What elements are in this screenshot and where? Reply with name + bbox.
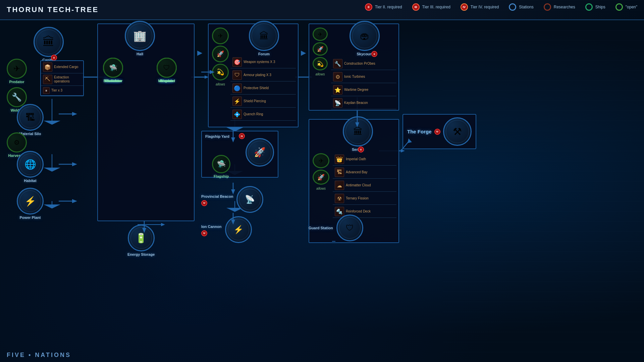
forum-ship2[interactable]: 🚀 xyxy=(212,46,229,62)
skycourt-ship3[interactable]: 💫 xyxy=(313,57,328,70)
senate-ship2[interactable]: 🚀 xyxy=(313,170,329,185)
ionic-turbines-item[interactable]: ⚙ Ionic Turbines xyxy=(331,71,396,83)
guard-station-label: Guard Station xyxy=(309,226,333,230)
capitol-node[interactable]: 🏛 Capitol xyxy=(34,27,64,62)
ionic-turbines-icon: ⚙ xyxy=(333,72,342,81)
ship-circle-icon xyxy=(585,3,593,11)
armour-plating-item[interactable]: 🛡 Armour plating X 3 xyxy=(230,69,296,81)
energy-storage-label: Energy Storage xyxy=(127,252,155,256)
legend-ships: Ships xyxy=(585,3,605,11)
quench-ring-item[interactable]: 💠 Quench Ring xyxy=(230,108,296,121)
construction-probes-icon: 🔧 xyxy=(333,59,342,68)
svg-marker-22 xyxy=(401,149,405,153)
skycourt-station: 🏟 xyxy=(350,21,380,51)
habitat-node[interactable]: 🌐 Habitat xyxy=(17,151,44,183)
ion-cannon-node[interactable]: Ion Cannon IV ⚡ xyxy=(201,216,252,243)
hall-vindicator-icon: 🛸 xyxy=(103,58,123,78)
svg-marker-12 xyxy=(44,204,60,208)
hall-node[interactable]: 🏢 Hall xyxy=(125,21,155,56)
flagship-node[interactable]: 🛸 Flagship xyxy=(212,155,230,178)
reinforced-deck-text: Reinforced Deck xyxy=(346,209,371,214)
tier-x3-icon: II xyxy=(43,87,50,94)
forum-allows: allows xyxy=(212,82,229,87)
protective-shield-item[interactable]: 🔵 Protective Shield xyxy=(230,82,296,95)
extended-cargo-icon: 📦 xyxy=(43,62,52,72)
senate-ships: ✈ 🚀 allows xyxy=(313,153,329,191)
station-circle-icon xyxy=(509,3,516,11)
kaydan-beacon-item[interactable]: 📡 Kaydan Beacon xyxy=(331,97,396,109)
flagship-yard-label-wrap: Flagship Yard xyxy=(205,133,229,139)
shield-piercing-text: Shield Piercing xyxy=(244,99,266,103)
hall-vindicator[interactable]: 🛸 Vindicator xyxy=(103,58,123,83)
predator-label: Predator xyxy=(9,80,24,84)
forum-skycourt-arrow: ▶ xyxy=(301,49,306,57)
skycourt-node[interactable]: 🏟 Skycourt xyxy=(350,21,380,56)
the-forge-tier: IV xyxy=(434,129,440,135)
ternary-fission-item[interactable]: ☢ Ternary Fission xyxy=(333,192,396,205)
wartime-degree-text: Wartime Degree xyxy=(344,88,368,92)
antimatter-cloud-text: Antimatter Cloud xyxy=(346,183,371,187)
material-silo-icon: 🏗 xyxy=(17,104,44,131)
legend-open: "open" xyxy=(615,3,637,11)
hall-vindicator-label: Vindicator xyxy=(104,79,122,83)
flagship-yard-panel: Flagship Yard IV 🚀 🛸 Flagship xyxy=(201,131,278,178)
imperial-oath-icon: 👑 xyxy=(335,155,344,164)
forum-label: Forum xyxy=(258,52,270,56)
hall-panel: 🏢 Hall ✈ Predator 🚀 Maraduer 💥 Devastato… xyxy=(97,23,195,221)
skycourt-ship2[interactable]: 🚀 xyxy=(313,42,328,56)
forum-station: 🏛 xyxy=(249,21,279,51)
hall-vanguard[interactable]: 🛡 Vanguard xyxy=(157,58,177,83)
quench-ring-text: Quench Ring xyxy=(244,112,263,116)
power-plant-icon: ⚡ xyxy=(17,188,44,215)
imperial-oath-item[interactable]: 👑 Imperial Oath xyxy=(333,153,396,166)
legend-stations: Stations xyxy=(509,3,533,11)
provincial-beacon-icon: 📡 xyxy=(236,186,263,213)
legend-tier4: IV Tier IV. required xyxy=(461,3,499,11)
senate-ship1[interactable]: ✈ xyxy=(313,153,329,168)
tier-x3-item[interactable]: II Tier x 3 xyxy=(41,86,83,96)
habitat-icon: 🌐 xyxy=(17,151,44,178)
svg-marker-10 xyxy=(44,168,60,172)
forum-ship3[interactable]: 💫 xyxy=(212,64,229,80)
material-silo-node[interactable]: 🏗 Material Silo xyxy=(17,104,44,136)
ion-cannon-tier: IV xyxy=(201,230,207,236)
forum-ship1[interactable]: ✈ xyxy=(212,27,229,44)
hall-station: 🏢 xyxy=(125,21,155,51)
the-forge-node[interactable]: The Forge IV ⚒ xyxy=(402,114,476,149)
shield-piercing-item[interactable]: ⚡ Shield Piercing xyxy=(230,95,296,108)
flagship-yard-label: Flagship Yard xyxy=(205,134,229,138)
skycourt-panel: ✈ 🚀 💫 allows 🏟 Skycourt II 🔧 Constructio… xyxy=(309,23,399,111)
forum-node[interactable]: 🏛 Forum xyxy=(249,21,279,56)
capitol-research-panel: 📦 Extended Cargo ⛏ Extraction operations… xyxy=(40,60,84,96)
wartime-degree-item[interactable]: ⭐ Wartime Degree xyxy=(331,84,396,96)
extraction-ops-item[interactable]: ⛏ Extraction operations xyxy=(41,73,83,86)
guard-station-node[interactable]: Guard Station 🛡 xyxy=(309,215,363,241)
skycourt-research: 🔧 Construction PrObes ⚙ Ionic Turbines ⭐… xyxy=(331,58,396,109)
page-title: THORUN TECH-TREE xyxy=(7,5,99,14)
provincial-beacon-label: Provincial Beacon xyxy=(201,194,233,198)
hall-label: Hall xyxy=(137,52,143,56)
hall-forum-arrow: ▶ xyxy=(197,49,202,57)
wartime-degree-icon: ⭐ xyxy=(333,85,342,95)
svg-marker-14 xyxy=(161,223,165,226)
construction-probes-item[interactable]: 🔧 Construction PrObes xyxy=(331,58,396,70)
energy-storage-node[interactable]: 🔋 Energy Storage xyxy=(127,225,155,256)
extended-cargo-item[interactable]: 📦 Extended Cargo xyxy=(41,61,83,73)
flagship-icon: 🛸 xyxy=(212,155,230,173)
power-plant-node[interactable]: ⚡ Power Plant xyxy=(17,188,44,220)
antimatter-cloud-item[interactable]: ☁ Antimatter Cloud xyxy=(333,179,396,192)
senate-node[interactable]: 🏛 Senate xyxy=(343,116,373,152)
provincial-beacon-node[interactable]: Provincial Beacon IV 📡 xyxy=(201,186,263,213)
ion-cannon-label: Ion Cannon xyxy=(201,225,222,229)
armour-plating-text: Armour plating X 3 xyxy=(244,73,271,77)
senate-tier: II xyxy=(358,146,364,153)
predator-node-capitol[interactable]: ✈ Predator xyxy=(7,59,27,84)
kaydan-beacon-icon: 📡 xyxy=(333,98,342,108)
weapon-systems-icon: 🎯 xyxy=(232,57,242,67)
imperial-oath-text: Imperial Oath xyxy=(346,157,366,161)
advanced-bay-item[interactable]: 🏗 Advanced Bay xyxy=(333,166,396,179)
skycourt-ship1[interactable]: ✈ xyxy=(313,27,328,41)
shield-piercing-icon: ⚡ xyxy=(232,97,242,106)
weapon-systems-item[interactable]: 🎯 Weapon systems X 3 xyxy=(230,56,296,68)
ternary-fission-text: Ternary Fission xyxy=(346,196,369,200)
